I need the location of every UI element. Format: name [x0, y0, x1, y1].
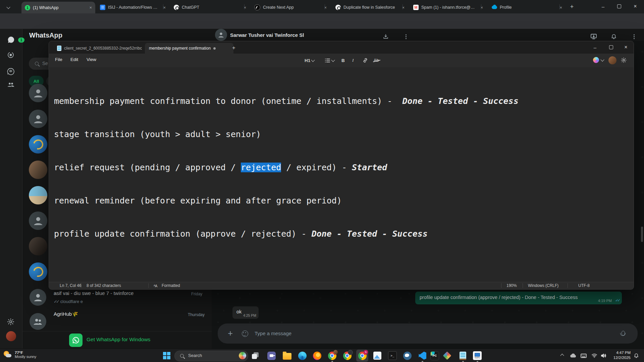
vscode-button[interactable] — [418, 351, 427, 360]
taskbar-search-box[interactable]: Search — [174, 351, 248, 361]
chat-row-name[interactable]: asif vai - diu swe - blue 7 - twinforce — [54, 290, 133, 296]
window-minimize-button[interactable]: – — [597, 1, 609, 12]
file-explorer-button[interactable] — [283, 351, 291, 360]
tab-close-icon[interactable]: × — [559, 5, 562, 10]
status-zoom[interactable]: 190% — [506, 283, 517, 288]
get-whatsapp-banner[interactable]: Get WhatsApp for Windows — [22, 331, 212, 349]
notepad-taskbar-button[interactable] — [459, 351, 467, 360]
edge-button[interactable] — [298, 351, 307, 360]
status-icon[interactable] — [7, 51, 15, 60]
notepad-maximize-button[interactable] — [604, 42, 618, 53]
volume-icon[interactable] — [600, 352, 607, 359]
doc-line-3: relief request (pending / approved / rej… — [54, 163, 387, 172]
chat-menu-kebab-icon[interactable] — [630, 33, 638, 40]
notepad-account-avatar[interactable] — [608, 56, 616, 64]
bell-icon[interactable] — [610, 33, 618, 40]
chat-avatar[interactable] — [29, 161, 47, 179]
window-close-button[interactable]: × — [629, 1, 641, 12]
chat-scrollbar[interactable] — [641, 227, 643, 242]
chat-avatar[interactable] — [29, 84, 47, 102]
clear-format-label: Ab — [374, 58, 379, 63]
notepad-tab-client-secret[interactable]: client_secret_2_60053885332-2reqe52rribc — [53, 43, 152, 54]
tab-close-icon[interactable]: × — [163, 5, 166, 10]
menu-file[interactable]: File — [55, 57, 62, 62]
link-button[interactable] — [362, 57, 368, 64]
chrome-profile3-button-active[interactable]: S — [358, 351, 367, 360]
chat-row-preview: ✓✓cloudflare e — [54, 299, 83, 304]
taskbar-clock[interactable]: 4:47 PM 12/2/2025 — [608, 350, 631, 360]
monitor-download-icon[interactable] — [590, 33, 597, 40]
settings-gear-icon[interactable] — [7, 318, 15, 326]
start-button[interactable] — [162, 351, 171, 360]
chat-contact-name[interactable]: Sarwar Tusher vai Twinforce Sl — [230, 32, 304, 38]
touch-keyboard-icon[interactable] — [580, 352, 587, 359]
wifi-icon[interactable] — [591, 352, 598, 359]
mic-icon[interactable] — [622, 331, 625, 336]
tab-search-button[interactable] — [5, 4, 12, 10]
browser-tab-whatsapp[interactable]: 1 (1) WhatsApp × — [21, 2, 95, 13]
message-composer[interactable]: + Type a message — [218, 323, 638, 344]
onedrive-cloud-icon[interactable] — [569, 352, 577, 359]
chat-avatar[interactable] — [29, 186, 47, 204]
notepad-tab-membership[interactable]: membership payment confirmation — [145, 43, 233, 54]
copilot-button[interactable] — [593, 57, 604, 63]
attach-plus-icon[interactable]: + — [228, 329, 233, 338]
chat-avatar[interactable] — [29, 135, 47, 154]
notepad-close-button[interactable]: × — [619, 42, 633, 53]
task-view-button[interactable] — [251, 351, 260, 360]
chat-avatar[interactable] — [29, 237, 47, 255]
heading-style-button[interactable]: H1 — [305, 57, 314, 64]
composer-placeholder[interactable]: Type a message — [255, 330, 291, 336]
profile-avatar[interactable] — [6, 331, 16, 341]
browser-tab-isij[interactable]: ISIJ - Automation/Flows Setup - × — [97, 3, 169, 12]
chat-avatar[interactable] — [29, 110, 47, 128]
communities-icon[interactable] — [7, 80, 15, 89]
chat-avatar-group[interactable] — [30, 313, 46, 330]
bold-button[interactable]: B — [341, 57, 345, 64]
chats-icon[interactable]: 1 — [7, 36, 15, 44]
window-maximize-button[interactable] — [613, 1, 625, 12]
weather-widget[interactable]: 77°FMostly sunny — [3, 350, 36, 359]
notepad-new-tab-button[interactable]: + — [229, 44, 238, 52]
status-line-ending: Windows (CRLF) — [528, 283, 558, 288]
notepad-minimize-button[interactable]: – — [588, 42, 602, 53]
nextjs-favicon — [254, 4, 260, 10]
chat-row-name[interactable]: AgriHub🌾 — [54, 311, 78, 317]
line-text: / expired) - — [281, 163, 352, 172]
notification-bell-icon[interactable] — [633, 352, 640, 359]
firefox-button[interactable] — [313, 351, 321, 360]
italic-button[interactable]: I — [352, 57, 354, 64]
tab-title: ChatGPT — [182, 5, 239, 10]
chrome-profile1-button[interactable] — [328, 351, 336, 360]
colorful-diamond-app-button[interactable] — [443, 351, 451, 360]
chevron-down-icon — [600, 58, 604, 61]
browser-tab-profile[interactable]: Profile × — [488, 3, 566, 12]
postgresql-button[interactable] — [403, 351, 412, 360]
header-kebab-icon[interactable] — [402, 33, 410, 40]
notepad-settings-gear-icon[interactable] — [621, 57, 627, 64]
chat-avatar[interactable] — [29, 262, 47, 281]
menu-edit[interactable]: Edit — [70, 57, 78, 62]
teams-chat-button[interactable] — [267, 351, 276, 360]
browser-tab-spam[interactable]: M Spam (1) - ishann.tforce@gmai × — [410, 3, 486, 12]
menu-view[interactable]: View — [87, 57, 96, 62]
new-tab-button[interactable]: + — [568, 3, 576, 10]
download-tray-icon[interactable] — [382, 33, 389, 40]
channels-icon[interactable] — [7, 67, 15, 76]
list-button[interactable] — [325, 57, 334, 64]
tray-chevron-up-icon[interactable] — [558, 352, 566, 359]
photos-app-button[interactable] — [373, 351, 382, 360]
tab-close-icon[interactable]: × — [89, 5, 92, 10]
pycharm-button[interactable]: PC — [430, 351, 439, 360]
taskpro-button[interactable]: TaskPro — [473, 351, 482, 360]
chat-avatar[interactable] — [30, 289, 46, 306]
chat-header-avatar[interactable] — [215, 29, 227, 41]
browser-tab-create-next-app[interactable]: Create Next App × — [251, 3, 330, 12]
notepad-editor[interactable]: membership payment confirmation to donor… — [49, 67, 634, 282]
browser-tab-duplicate-flow[interactable]: Duplicate flow in Salesforce × — [332, 3, 408, 12]
browser-tab-chatgpt[interactable]: ChatGPT × — [170, 3, 250, 12]
chrome-profile2-button[interactable] — [343, 351, 352, 360]
emoji-icon[interactable] — [242, 330, 248, 337]
terminal-button[interactable]: >_ — [388, 351, 397, 360]
chat-avatar[interactable] — [29, 212, 47, 230]
